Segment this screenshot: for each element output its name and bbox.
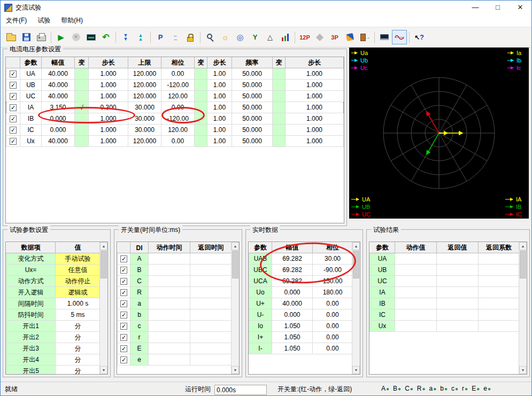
scroll-down-icon[interactable]: ▼ <box>352 366 360 374</box>
var-cell[interactable] <box>75 80 89 91</box>
di-checkbox-cell[interactable]: ✓ <box>118 343 130 354</box>
tools-button[interactable] <box>342 30 357 44</box>
menu-help[interactable]: 帮助(H) <box>56 14 88 27</box>
tp-value[interactable]: 逻辑或 <box>56 287 101 298</box>
undo-button[interactable]: ↶ <box>98 30 113 44</box>
row-checkbox-cell[interactable]: ✓ <box>6 136 20 147</box>
step-cell[interactable]: 1.00 <box>207 68 232 80</box>
di-checkbox-cell[interactable]: ✓ <box>118 309 130 321</box>
step-cell[interactable]: 1.000 <box>89 68 128 80</box>
phase-cell[interactable]: 120.00 <box>161 125 195 136</box>
freq-cell[interactable]: 50.000 <box>232 113 273 125</box>
limit-cell[interactable]: 120.000 <box>128 91 161 102</box>
tp-value[interactable]: 分 <box>56 321 101 332</box>
display-button[interactable] <box>83 30 98 44</box>
freq-cell[interactable]: 50.000 <box>232 136 273 147</box>
scroll-down-icon[interactable]: ▼ <box>519 366 527 374</box>
di-checkbox-cell[interactable]: ✓ <box>118 298 130 309</box>
scroll-up-icon[interactable]: ▲ <box>100 242 107 250</box>
step-cell[interactable]: 1.000 <box>286 136 344 147</box>
tp-value[interactable]: 分 <box>56 332 101 343</box>
step-cell[interactable]: 1.000 <box>286 102 344 113</box>
di-checkbox-cell[interactable]: ✓ <box>118 321 130 332</box>
twelve-p-button[interactable]: 12P <box>297 30 312 44</box>
row-checkbox-cell[interactable]: ✓ <box>6 113 20 125</box>
var-cell[interactable] <box>75 113 89 125</box>
var-cell[interactable] <box>273 125 286 136</box>
delta-button[interactable]: △ <box>263 30 277 44</box>
var-cell[interactable] <box>75 136 89 147</box>
step-cell[interactable]: 1.000 <box>89 80 128 91</box>
step-cell[interactable]: 1.000 <box>89 91 128 102</box>
results-scrollbar[interactable]: ▲ ▼ <box>519 242 527 374</box>
step-cell[interactable]: 1.000 <box>286 80 344 91</box>
row-checkbox-cell[interactable]: ✓ <box>6 68 20 80</box>
stop-test-button[interactable]: ✕ <box>68 30 83 44</box>
step-cell[interactable]: 0.300 <box>89 102 128 113</box>
scroll-down-icon[interactable]: ▼ <box>232 366 239 374</box>
vector-y-button[interactable]: Y <box>248 30 263 44</box>
tp-value[interactable]: 动作停止 <box>56 276 101 287</box>
scroll-thumb[interactable] <box>101 251 107 278</box>
freq-cell[interactable]: 50.000 <box>232 80 273 91</box>
var-cell[interactable] <box>273 80 286 91</box>
var-cell[interactable] <box>273 136 286 147</box>
phase-cell[interactable]: 120.00 <box>161 91 195 102</box>
scroll-thumb[interactable] <box>520 251 526 278</box>
start-test-button[interactable]: ▶ <box>53 30 68 44</box>
step-cell[interactable]: 1.000 <box>89 136 128 147</box>
amp-cell[interactable]: 0.000 <box>42 113 75 125</box>
switch-scrollbar[interactable]: ▲ ▼ <box>231 242 239 374</box>
freq-cell[interactable]: 50.000 <box>232 68 273 80</box>
var-cell[interactable] <box>195 136 207 147</box>
amp-cell[interactable]: 40.000 <box>42 136 75 147</box>
var-cell[interactable] <box>75 125 89 136</box>
minimize-button[interactable]: — <box>464 1 487 14</box>
decrease-button[interactable]: ▼▼ <box>118 30 133 44</box>
row-checkbox-cell[interactable]: ✓ <box>6 80 20 91</box>
waveform-view-button[interactable] <box>392 30 407 44</box>
step-cell[interactable]: 1.000 <box>286 113 344 125</box>
var-cell[interactable] <box>273 91 286 102</box>
limit-cell[interactable]: 30.000 <box>128 113 161 125</box>
var-cell[interactable]: √ <box>75 102 89 113</box>
freq-cell[interactable]: 50.000 <box>232 102 273 113</box>
var-cell[interactable] <box>273 68 286 80</box>
zoom-button[interactable] <box>203 30 218 44</box>
scroll-up-icon[interactable]: ▲ <box>232 242 239 250</box>
limit-cell[interactable]: 30.000 <box>128 125 161 136</box>
increase-button[interactable]: ▲▲ <box>133 30 148 44</box>
di-checkbox-cell[interactable]: ✓ <box>118 354 130 366</box>
freq-cell[interactable]: 50.000 <box>232 91 273 102</box>
tp-value[interactable]: 任意值 <box>56 265 101 276</box>
step-cell[interactable]: 1.000 <box>89 125 128 136</box>
phase-cell[interactable]: -120.00 <box>161 80 195 91</box>
step-cell[interactable]: 1.000 <box>89 113 128 125</box>
var-cell[interactable] <box>75 91 89 102</box>
freq-cell[interactable]: 50.000 <box>232 125 273 136</box>
step-cell[interactable]: 1.00 <box>207 136 232 147</box>
var-cell[interactable] <box>273 102 286 113</box>
scroll-down-icon[interactable]: ▼ <box>100 366 107 374</box>
test-params-scrollbar[interactable]: ▲ ▼ <box>99 242 107 374</box>
tp-value[interactable]: 5 ms <box>56 309 101 321</box>
var-cell[interactable] <box>195 80 207 91</box>
phase-swap-button[interactable]: ←→ <box>168 30 183 44</box>
di-checkbox-cell[interactable]: ✓ <box>118 276 130 287</box>
print-button[interactable] <box>34 30 49 44</box>
scroll-up-icon[interactable]: ▲ <box>519 242 527 250</box>
brightness-button[interactable]: ☼ <box>218 30 233 44</box>
limit-cell[interactable]: 120.000 <box>128 136 161 147</box>
di-checkbox-cell[interactable]: ✓ <box>118 265 130 276</box>
harmonics-button[interactable] <box>277 30 292 44</box>
row-checkbox-cell[interactable]: ✓ <box>6 125 20 136</box>
lock-button[interactable] <box>183 30 198 44</box>
step-cell[interactable]: 1.000 <box>286 68 344 80</box>
step-cell[interactable]: 1.00 <box>207 80 232 91</box>
exit-button[interactable] <box>357 30 372 44</box>
var-cell[interactable] <box>195 102 207 113</box>
amp-cell[interactable]: 3.150 <box>42 102 75 113</box>
amp-cell[interactable]: 40.000 <box>42 80 75 91</box>
three-p-button[interactable]: 3P <box>327 30 342 44</box>
tp-value[interactable]: 分 <box>56 354 101 366</box>
